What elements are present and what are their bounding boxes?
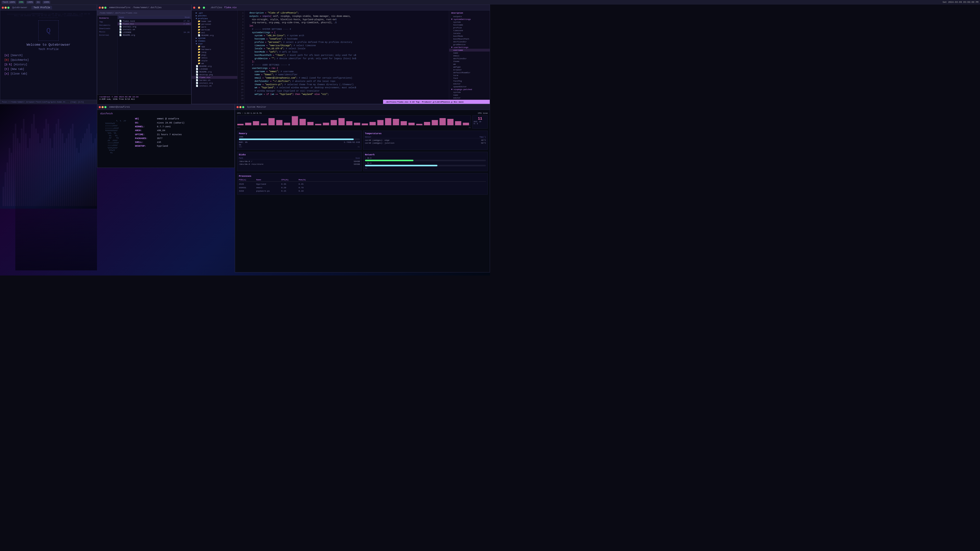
ft2-np-system[interactable]: system (449, 91, 490, 94)
ft-desktop[interactable]: 📄 desktop.png (192, 73, 237, 76)
ft2-usersettings[interactable]: ▼ userSettings (449, 46, 490, 49)
fm-row-flakenix[interactable]: 📄 flake.nix 2.26K (118, 22, 191, 25)
ft2-name[interactable]: name (449, 52, 490, 54)
ft-patches[interactable]: ▶ patches (192, 14, 237, 17)
sm-min-btn[interactable] (239, 106, 242, 108)
ft2-username[interactable]: username (449, 49, 490, 52)
sm-max-btn[interactable] (242, 106, 244, 108)
ft2-grubdev[interactable]: grubDevice (449, 43, 490, 46)
close-btn[interactable] (2, 6, 4, 9)
nf-max-btn[interactable] (104, 106, 107, 108)
ft2-term[interactable]: term (449, 74, 490, 77)
ft2-email[interactable]: email (449, 54, 490, 57)
nf-min-btn[interactable] (102, 106, 103, 108)
nf-close-btn[interactable] (99, 106, 101, 108)
fm-sidebar-ext[interactable]: External (97, 33, 118, 37)
fm-row-flakelock[interactable]: 📄 flake.lock 27.5K (118, 20, 191, 22)
ft2-timezone[interactable]: timezone (449, 29, 490, 32)
ft-lang[interactable]: 📁 lang (192, 51, 237, 54)
editor-min-btn[interactable] (198, 6, 200, 9)
ft-app[interactable]: 📁 app (192, 45, 237, 48)
ft2-bootmount[interactable]: bootMountPath (449, 38, 490, 40)
ft-installsh[interactable]: 📄 install.sh (192, 84, 237, 87)
ft2-dotfilesdir2[interactable]: dotfilesDir (449, 57, 490, 60)
menu-newtab[interactable]: [t] [New tab] (4, 67, 93, 72)
fm-row-readme[interactable]: 📄 README.org (118, 34, 191, 37)
ft2-fontpkg[interactable]: fontPkg (449, 79, 490, 83)
ft-style[interactable]: 📁 style (192, 59, 237, 62)
code-line-10: system = "x86_64-linux"; # system arch (247, 34, 447, 38)
editor-max-btn[interactable] (203, 6, 205, 9)
qutebrowser-tab[interactable]: Tech Profile (32, 6, 52, 10)
fm-min-btn[interactable] (102, 6, 103, 9)
min-btn[interactable] (5, 6, 6, 9)
fm-row-license[interactable]: 📄 LICENSE 34.2K (118, 31, 191, 34)
ft2-defaultroam[interactable]: defaultRoamDir (449, 71, 490, 74)
ft2-system[interactable]: system (449, 21, 490, 24)
ft2-profile[interactable]: profile (449, 26, 490, 29)
editor-statusline: .dotfiles/flake.nix 3:10 Top: Producer.p… (383, 100, 490, 104)
menu-qm-key: [b] (4, 59, 9, 62)
ft2-wm[interactable]: wm (449, 63, 490, 65)
ft2-hostname[interactable]: hostname (449, 24, 490, 26)
ft-shell[interactable]: 📁 shell (192, 56, 237, 59)
ft2-dotfilesdir[interactable]: dotfilesDir (449, 40, 490, 43)
ft-readme3[interactable]: 📄 README.org (192, 70, 237, 73)
ft2-font[interactable]: font (449, 77, 490, 79)
fm-row-installorg[interactable]: 📄 install.org (118, 25, 191, 28)
ft-wsl[interactable]: 📁 wsl (192, 31, 237, 34)
fm-max-btn[interactable] (104, 6, 107, 9)
ft2-nixpkgs[interactable]: ▼ nixpkgs-patched (449, 88, 490, 91)
sm-close-btn[interactable] (237, 106, 239, 108)
ft2-outputs[interactable]: outputs (449, 15, 490, 18)
ft-homelab[interactable]: 📁 home lab (192, 20, 237, 23)
ft2-editor[interactable]: editor (449, 83, 490, 85)
ft2-spawnedit[interactable]: spawnEditor (449, 85, 490, 88)
ft2-wmtype[interactable]: wmType (449, 65, 490, 68)
ft-work[interactable]: 📁 work (192, 25, 237, 28)
ft-personal[interactable]: 📁 personal (192, 23, 237, 25)
fm-sidebar-docs[interactable]: Documents (97, 24, 118, 27)
ft2-browser[interactable]: browser (449, 68, 490, 71)
ft2-bootmode[interactable]: bootMode (449, 35, 490, 38)
editor-close-btn[interactable] (193, 6, 195, 9)
ft2-np-name[interactable]: name (449, 94, 490, 97)
ft2-theme[interactable]: theme (449, 60, 490, 63)
menu-quickmarks[interactable]: [b] [Quickmarks] (4, 58, 93, 62)
fm-close-btn[interactable] (99, 6, 101, 9)
ft-user[interactable]: ▼ user (192, 42, 237, 45)
ft2-locale[interactable]: locale (449, 32, 490, 35)
ft-readme1[interactable]: 📄 README.org (192, 34, 237, 37)
ft-worklab[interactable]: 📁 worklab (192, 28, 237, 31)
ft-themes[interactable]: ▶ themes (192, 40, 237, 42)
ft-wm[interactable]: 📁 wm (192, 62, 237, 65)
menu-closetab[interactable]: [x] [Close tab] (4, 72, 93, 76)
processes-panel: Processes PID(s) Name CPU(%) Mem(%) 2520… (237, 173, 488, 195)
ft-hardensh[interactable]: 📄 harden.sh (192, 79, 237, 82)
svg-rect-20 (393, 119, 399, 125)
max-btn[interactable] (7, 6, 10, 9)
fm-sidebar-tmp[interactable]: Tmp (97, 20, 118, 24)
ft-readme2[interactable]: 📄 README.org (192, 65, 237, 68)
menu-search[interactable]: [o] [Search] (4, 53, 93, 58)
menu-history[interactable]: [S h] [History] (4, 62, 93, 67)
fm-row-installsh[interactable]: 📄 install.sh (118, 28, 191, 31)
code-line-16: bootMountPath = "/boot"; # mount path fo… (247, 54, 447, 57)
ft-license[interactable]: 📄 LICENSE (192, 68, 237, 70)
code-content[interactable]: description = "Flake of LibrePhoenix"; o… (245, 11, 449, 104)
ft-profiles[interactable]: ▼ profiles (192, 17, 237, 20)
ft-flakenix[interactable]: 📄 flake.nix (192, 76, 237, 79)
ft2-np-editor[interactable]: editor (449, 97, 490, 99)
fm-sidebar-music[interactable]: Music (97, 30, 118, 33)
fm-filename5: LICENSE (123, 31, 178, 33)
ft-pkgs[interactable]: 📁 pkgs (192, 54, 237, 56)
ft-hardware[interactable]: 📁 hardware (192, 48, 237, 51)
nf-value-arch: x86_64 (157, 129, 165, 133)
ft-git[interactable]: ▶ .git (192, 11, 237, 14)
ft2-syssettings[interactable]: ▼ systemSettings (449, 18, 490, 21)
svg-rect-24 (424, 122, 430, 125)
ft-system[interactable]: ▶ system (192, 37, 237, 40)
ft-installorg[interactable]: 📄 install.org (192, 82, 237, 84)
ft-hardensh-label: harden.sh (199, 79, 210, 81)
fm-sidebar-dl[interactable]: Downloads (97, 27, 118, 30)
